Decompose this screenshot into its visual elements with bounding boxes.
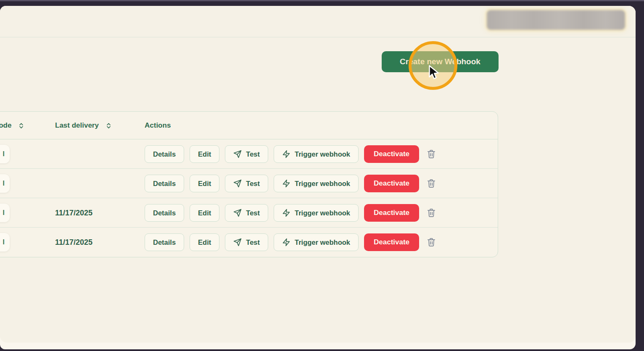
details-button[interactable]: Details (145, 204, 184, 222)
delete-webhook-button[interactable] (425, 178, 438, 189)
mode-badge-fragment: l (3, 238, 5, 246)
trigger-webhook-button[interactable]: Trigger webhook (274, 233, 359, 251)
send-icon (233, 179, 242, 188)
table-row: l Details Edit Test (0, 169, 498, 198)
trigger-webhook-button[interactable]: Trigger webhook (274, 145, 359, 163)
delete-webhook-button[interactable] (425, 208, 438, 218)
trigger-webhook-button-label: Trigger webhook (295, 209, 350, 217)
details-button[interactable]: Details (145, 145, 184, 163)
actions-cell: Details Edit Test Trigger webhook (145, 145, 438, 163)
mode-badge: l (0, 204, 10, 222)
delete-webhook-button[interactable] (425, 237, 438, 247)
edit-button[interactable]: Edit (190, 175, 219, 192)
table-body: l Details Edit Test (0, 139, 498, 257)
deactivate-button[interactable]: Deactivate (364, 233, 419, 251)
last-delivery-cell: 11/17/2025 (55, 228, 92, 257)
trigger-webhook-button-label: Trigger webhook (295, 238, 350, 246)
mode-badge: l (0, 145, 10, 163)
app-panel: Create new Webhook Mode Last delivery (0, 6, 636, 343)
test-button[interactable]: Test (225, 175, 268, 192)
test-button[interactable]: Test (225, 233, 268, 251)
mode-badge-fragment: l (3, 209, 5, 217)
test-button[interactable]: Test (225, 145, 268, 163)
column-header-last-delivery[interactable]: Last delivery (55, 112, 112, 139)
test-button[interactable]: Test (225, 204, 268, 222)
last-delivery-value: 11/17/2025 (55, 209, 92, 217)
column-header-actions: Actions (145, 112, 171, 139)
last-delivery-cell: 11/17/2025 (55, 198, 92, 228)
trigger-webhook-button[interactable]: Trigger webhook (274, 204, 359, 222)
column-header-last-delivery-label: Last delivery (55, 121, 99, 130)
browser-page: Create new Webhook Mode Last delivery (0, 6, 636, 349)
actions-cell: Details Edit Test Trigger webhook (145, 204, 438, 222)
actions-cell: Details Edit Test Trigger webhook (145, 233, 438, 251)
webhooks-table: Mode Last delivery (0, 111, 498, 257)
table-row: l Details Edit Test (0, 139, 498, 169)
window-frame-highlight (0, 0, 644, 1)
deactivate-button[interactable]: Deactivate (364, 175, 419, 192)
table-header-row: Mode Last delivery (0, 112, 498, 139)
mode-badge: l (0, 233, 10, 251)
deactivate-button[interactable]: Deactivate (364, 145, 419, 163)
column-header-mode[interactable]: Mode (0, 112, 25, 139)
header-divider (0, 37, 636, 37)
test-button-label: Test (246, 150, 260, 158)
details-button[interactable]: Details (145, 175, 184, 192)
table-row: l 11/17/2025 Details Edit Test (0, 228, 498, 257)
lightning-icon (282, 150, 290, 158)
trash-icon (426, 208, 436, 218)
delete-webhook-button[interactable] (425, 149, 438, 159)
mode-badge: l (0, 174, 10, 193)
lightning-icon (282, 238, 290, 246)
table-row: l 11/17/2025 Details Edit Test (0, 198, 498, 228)
trigger-webhook-button-label: Trigger webhook (295, 180, 350, 188)
deactivate-button[interactable]: Deactivate (364, 204, 419, 222)
send-icon (233, 238, 242, 246)
last-delivery-value: 11/17/2025 (55, 238, 92, 247)
lightning-icon (282, 179, 290, 188)
test-button-label: Test (246, 238, 260, 246)
mode-badge-fragment: l (3, 150, 5, 158)
column-header-actions-label: Actions (145, 121, 171, 130)
edit-button[interactable]: Edit (190, 145, 219, 163)
edit-button[interactable]: Edit (190, 204, 219, 222)
edit-button[interactable]: Edit (190, 233, 219, 251)
trash-icon (426, 237, 436, 247)
redacted-header-block (487, 10, 625, 30)
column-header-mode-label: Mode (0, 121, 11, 130)
create-new-webhook-button[interactable]: Create new Webhook (382, 51, 499, 72)
send-icon (233, 150, 242, 158)
trigger-webhook-button-label: Trigger webhook (295, 150, 350, 158)
mode-badge-fragment: l (3, 179, 5, 188)
trash-icon (426, 178, 436, 189)
trigger-webhook-button[interactable]: Trigger webhook (274, 175, 359, 192)
details-button[interactable]: Details (145, 233, 184, 251)
actions-cell: Details Edit Test Trigger webhook (145, 175, 438, 192)
test-button-label: Test (246, 180, 260, 188)
trash-icon (426, 149, 436, 159)
sort-icon[interactable] (105, 122, 112, 129)
sort-icon[interactable] (18, 122, 25, 129)
lightning-icon (282, 209, 290, 217)
send-icon (233, 209, 242, 217)
test-button-label: Test (246, 209, 260, 217)
